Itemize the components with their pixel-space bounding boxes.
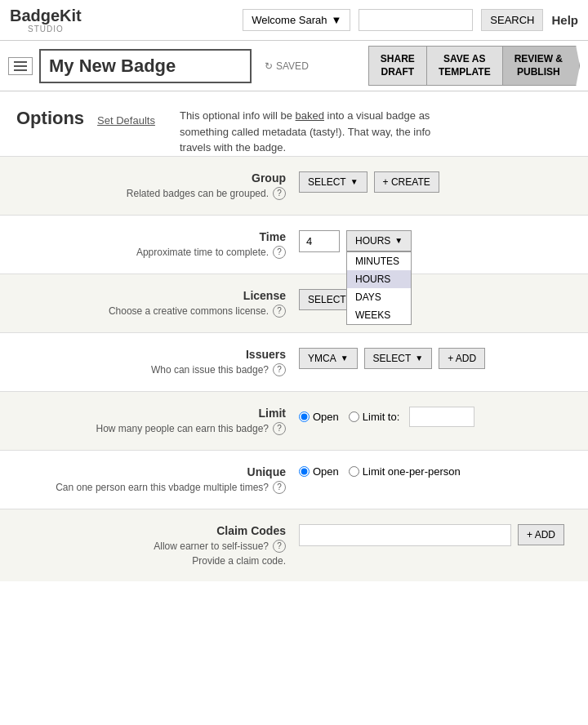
- desc-underline: baked: [296, 109, 324, 122]
- limit-value-input[interactable]: [409, 407, 474, 427]
- group-title: Group: [13, 171, 286, 185]
- group-create-button[interactable]: + CREATE: [374, 171, 439, 193]
- group-controls: SELECT ▼ + CREATE: [299, 171, 439, 193]
- time-option-hours[interactable]: HOURS: [347, 270, 411, 288]
- unique-limit-label[interactable]: Limit one-per-person: [349, 465, 461, 478]
- menu-line-3: [14, 69, 27, 71]
- toolbar: ↻ SAVED SHAREDRAFT SAVE ASTEMPLATE REVIE…: [0, 41, 588, 91]
- toolbar-actions: SHAREDRAFT SAVE ASTEMPLATE REVIEW &PUBLI…: [368, 46, 580, 86]
- limit-label: Limit How many people can earn this badg…: [13, 407, 299, 435]
- claim-codes-help-icon[interactable]: ?: [273, 540, 286, 553]
- unique-open-radio[interactable]: [299, 466, 310, 477]
- time-label: Time Approximate time to complete. ?: [13, 230, 299, 259]
- chevron-down-icon: ▼: [331, 14, 341, 26]
- review-publish-button[interactable]: REVIEW &PUBLISH: [502, 46, 580, 86]
- time-help-icon[interactable]: ?: [273, 246, 286, 259]
- options-header: Options Set Defaults: [16, 108, 155, 129]
- chevron-down-icon: ▼: [394, 236, 403, 245]
- issuers-help-icon[interactable]: ?: [273, 363, 286, 376]
- search-button[interactable]: SEARCH: [481, 9, 543, 31]
- time-unit-button[interactable]: HOURS ▼: [346, 230, 412, 251]
- claim-codes-desc1: Allow earner to self-issue? ?: [13, 540, 286, 553]
- time-unit-container: HOURS ▼ MINUTES HOURS DAYS WEEKS: [346, 230, 412, 251]
- limit-radio-group: Open Limit to:: [299, 407, 474, 427]
- time-option-weeks[interactable]: WEEKS: [347, 306, 411, 324]
- claim-code-input[interactable]: [299, 524, 511, 546]
- badge-title-input[interactable]: [39, 49, 252, 83]
- claim-codes-section: Claim Codes Allow earner to self-issue? …: [0, 509, 588, 581]
- license-label: License Choose a creative commons licens…: [13, 289, 299, 318]
- brand-logo: BadgeKit STUDIO: [10, 7, 82, 33]
- refresh-icon: ↻: [265, 60, 273, 72]
- time-option-minutes[interactable]: MINUTES: [347, 252, 411, 270]
- limit-help-icon[interactable]: ?: [273, 422, 286, 435]
- group-label: Group Related badges can be grouped. ?: [13, 171, 299, 200]
- brand-name: BadgeKit: [10, 7, 82, 24]
- claim-codes-desc2: Provide a claim code.: [13, 555, 286, 567]
- issuers-label: Issuers Who can issue this badge? ?: [13, 348, 299, 376]
- time-option-days[interactable]: DAYS: [347, 288, 411, 306]
- menu-button[interactable]: [8, 57, 33, 75]
- options-title: Options: [16, 108, 84, 129]
- issuers-title: Issuers: [13, 348, 286, 361]
- group-section: Group Related badges can be grouped. ? S…: [0, 156, 588, 215]
- saved-text: SAVED: [276, 60, 309, 72]
- welcome-label: Welcome Sarah: [252, 14, 327, 26]
- chevron-down-icon: ▼: [350, 177, 359, 186]
- menu-line-1: [14, 61, 27, 63]
- unique-open-label[interactable]: Open: [299, 465, 339, 478]
- license-title: License: [13, 289, 286, 302]
- group-desc: Related badges can be grouped. ?: [13, 187, 286, 200]
- time-title: Time: [13, 230, 286, 243]
- save-as-template-button[interactable]: SAVE ASTEMPLATE: [426, 46, 502, 86]
- app-header: BadgeKit STUDIO Welcome Sarah ▼ SEARCH H…: [0, 0, 588, 41]
- options-description: This optional info will be baked into a …: [180, 108, 457, 156]
- limit-to-label[interactable]: Limit to:: [349, 411, 400, 423]
- menu-line-2: [14, 65, 27, 67]
- license-section: License Choose a creative commons licens…: [0, 274, 588, 332]
- search-input[interactable]: [359, 9, 473, 31]
- time-desc: Approximate time to complete. ?: [13, 246, 286, 259]
- limit-desc: How many people can earn this badge? ?: [13, 422, 286, 435]
- set-defaults-link[interactable]: Set Defaults: [97, 114, 155, 127]
- options-top: Options Set Defaults This optional info …: [16, 108, 572, 156]
- desc-part1: This optional info will be: [180, 109, 296, 122]
- time-value-input[interactable]: [299, 230, 340, 252]
- help-button[interactable]: Help: [551, 13, 578, 27]
- brand-sub: STUDIO: [10, 24, 82, 33]
- options-header-group: Options Set Defaults: [16, 108, 155, 156]
- saved-status: ↻ SAVED: [265, 60, 309, 72]
- unique-title: Unique: [13, 465, 286, 478]
- issuers-select-button[interactable]: SELECT ▼: [364, 348, 433, 369]
- issuers-add-button[interactable]: + ADD: [439, 348, 485, 369]
- unique-controls: Open Limit one-per-person: [299, 465, 461, 478]
- unique-section: Unique Can one person earn this vbadge m…: [0, 450, 588, 509]
- time-controls: HOURS ▼ MINUTES HOURS DAYS WEEKS: [299, 230, 412, 252]
- issuers-value-button[interactable]: YMCA ▼: [299, 348, 358, 369]
- issuers-section: Issuers Who can issue this badge? ? YMCA…: [0, 332, 588, 391]
- time-section: Time Approximate time to complete. ? HOU…: [0, 215, 588, 274]
- unique-limit-radio[interactable]: [349, 466, 359, 477]
- time-unit-dropdown: MINUTES HOURS DAYS WEEKS: [346, 251, 412, 325]
- claim-codes-label: Claim Codes Allow earner to self-issue? …: [13, 524, 299, 567]
- claim-codes-controls: + ADD: [299, 524, 564, 546]
- group-help-icon[interactable]: ?: [273, 187, 286, 200]
- unique-help-icon[interactable]: ?: [273, 481, 286, 494]
- limit-section: Limit How many people can earn this badg…: [0, 391, 588, 450]
- time-unit-label: HOURS: [355, 235, 390, 247]
- welcome-dropdown[interactable]: Welcome Sarah ▼: [243, 9, 350, 31]
- unique-label: Unique Can one person earn this vbadge m…: [13, 465, 299, 494]
- issuers-controls: YMCA ▼ SELECT ▼ + ADD: [299, 348, 485, 369]
- unique-desc: Can one person earn this vbadge multiple…: [13, 481, 286, 494]
- claim-codes-add-button[interactable]: + ADD: [518, 524, 564, 545]
- share-draft-button[interactable]: SHAREDRAFT: [368, 46, 426, 86]
- limit-open-label[interactable]: Open: [299, 411, 339, 423]
- limit-open-radio[interactable]: [299, 411, 310, 422]
- issuers-desc: Who can issue this badge? ?: [13, 363, 286, 376]
- license-desc: Choose a creative commons license. ?: [13, 305, 286, 318]
- license-help-icon[interactable]: ?: [273, 305, 286, 318]
- main-content: Options Set Defaults This optional info …: [0, 91, 588, 156]
- group-select-button[interactable]: SELECT ▼: [299, 171, 368, 193]
- limit-to-radio[interactable]: [349, 411, 359, 422]
- limit-title: Limit: [13, 407, 286, 420]
